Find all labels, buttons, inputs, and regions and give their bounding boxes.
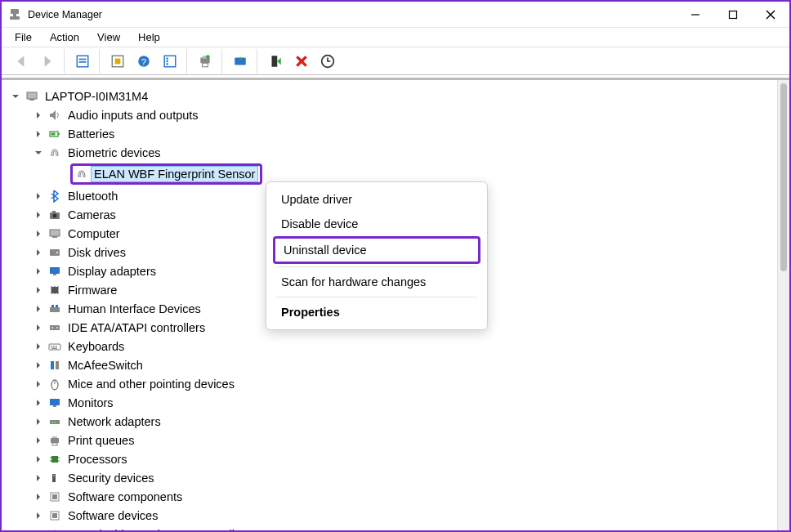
show-hide-button[interactable] [71, 51, 94, 72]
tree-category[interactable]: Network adapters [33, 412, 774, 431]
chevron-right-icon[interactable] [33, 397, 44, 409]
chevron-right-icon[interactable] [33, 247, 44, 258]
chevron-right-icon[interactable] [33, 510, 44, 521]
help-button[interactable]: ? [132, 51, 155, 72]
svg-rect-2 [10, 16, 20, 20]
svg-rect-4 [730, 11, 737, 18]
chevron-right-icon[interactable] [33, 110, 44, 121]
tree-category-biometric[interactable]: Biometric devices [33, 143, 774, 162]
svg-rect-63 [51, 422, 53, 423]
close-button[interactable] [752, 2, 789, 28]
chevron-right-icon[interactable] [33, 209, 44, 221]
tree-category[interactable]: Mice and other pointing devices [33, 374, 774, 393]
svg-rect-56 [51, 361, 54, 369]
chevron-right-icon[interactable] [33, 435, 44, 446]
chevron-right-icon[interactable] [33, 472, 44, 484]
tree-category[interactable]: Print queues [33, 431, 774, 449]
mouse-icon [47, 377, 62, 391]
software-icon [47, 490, 62, 504]
menu-separator [276, 266, 477, 267]
chevron-down-icon[interactable] [33, 147, 44, 159]
svg-rect-17 [167, 63, 168, 65]
menu-file[interactable]: File [7, 29, 40, 45]
speaker-icon [47, 108, 62, 123]
svg-rect-54 [56, 346, 57, 347]
tree-category[interactable]: Software components [33, 487, 774, 506]
menu-action[interactable]: Action [42, 29, 87, 45]
uninstall-device-button[interactable] [290, 51, 313, 72]
chevron-right-icon[interactable] [33, 228, 44, 239]
titlebar: Device Manager [2, 2, 789, 28]
chevron-right-icon[interactable] [33, 190, 44, 202]
selected-device[interactable]: ELAN WBF Fingerprint Sensor [91, 166, 258, 182]
scan-hardware-button[interactable] [316, 51, 339, 72]
chevron-right-icon[interactable] [33, 491, 44, 503]
computer-icon [25, 89, 39, 104]
svg-rect-30 [58, 133, 60, 135]
svg-rect-57 [56, 361, 59, 369]
camera-icon [47, 208, 62, 222]
minimize-button[interactable] [677, 2, 714, 28]
chevron-down-icon[interactable] [10, 91, 21, 102]
svg-rect-27 [27, 92, 37, 99]
tree-category[interactable]: Batteries [33, 124, 774, 143]
svg-rect-52 [51, 346, 52, 347]
chevron-right-icon[interactable] [33, 529, 44, 531]
tree-category[interactable]: Audio inputs and outputs [33, 105, 774, 124]
svg-rect-76 [52, 494, 57, 499]
tree-category[interactable]: Processors [33, 449, 774, 468]
chevron-right-icon[interactable] [33, 416, 44, 427]
ctx-scan-hardware[interactable]: Scan for hardware changes [266, 270, 487, 294]
tree-category[interactable]: Keyboards [33, 337, 774, 355]
svg-rect-0 [11, 9, 19, 14]
update-driver-button[interactable] [229, 51, 252, 72]
svg-rect-39 [50, 267, 60, 274]
disk-icon [47, 245, 62, 260]
svg-rect-14 [164, 56, 176, 67]
print-button[interactable] [194, 51, 217, 72]
scrollbar-thumb[interactable] [780, 83, 787, 271]
menubar: File Action View Help [2, 28, 789, 47]
svg-point-21 [206, 55, 210, 59]
menu-view[interactable]: View [89, 29, 128, 45]
svg-text:?: ? [141, 56, 146, 66]
chevron-right-icon[interactable] [33, 360, 44, 371]
tree-category[interactable]: Security devices [33, 468, 774, 487]
chevron-right-icon[interactable] [33, 284, 44, 296]
disable-device-button[interactable] [264, 51, 287, 72]
tree-root[interactable]: LAPTOP-I0IM31M4 [10, 87, 774, 105]
printer-icon [47, 433, 62, 448]
svg-rect-34 [52, 211, 56, 212]
forward-button [36, 51, 59, 72]
speaker-icon [47, 527, 62, 531]
properties-button[interactable] [106, 51, 129, 72]
chevron-right-icon[interactable] [33, 266, 44, 277]
maximize-button[interactable] [714, 2, 752, 28]
ctx-disable-device[interactable]: Disable device [266, 212, 487, 236]
ctx-properties[interactable]: Properties [266, 300, 487, 324]
tree-category[interactable]: McAfeeSwitch [33, 355, 774, 374]
chevron-right-icon[interactable] [33, 322, 44, 333]
network-icon [47, 414, 62, 429]
svg-rect-49 [51, 327, 53, 329]
list-button[interactable] [159, 51, 181, 72]
chevron-right-icon[interactable] [33, 303, 44, 315]
chevron-right-icon[interactable] [33, 128, 44, 140]
tree-category[interactable]: Sound, video and game controllers [33, 525, 774, 530]
battery-icon [47, 127, 62, 141]
vertical-scrollbar[interactable] [777, 80, 789, 530]
bluetooth-icon [47, 189, 62, 203]
chevron-right-icon[interactable] [33, 378, 44, 390]
ctx-update-driver[interactable]: Update driver [266, 187, 487, 212]
window-title: Device Manager [28, 9, 677, 20]
tree-category[interactable]: Monitors [33, 393, 774, 412]
fingerprint-icon [47, 145, 62, 160]
window-controls [677, 2, 789, 28]
chevron-right-icon[interactable] [33, 454, 44, 465]
chevron-right-icon[interactable] [33, 341, 44, 352]
menu-help[interactable]: Help [130, 29, 168, 45]
tree-category[interactable]: Software devices [33, 506, 774, 525]
svg-rect-53 [53, 346, 55, 347]
svg-rect-47 [56, 305, 58, 307]
ctx-uninstall-device[interactable]: Uninstall device [273, 236, 480, 264]
